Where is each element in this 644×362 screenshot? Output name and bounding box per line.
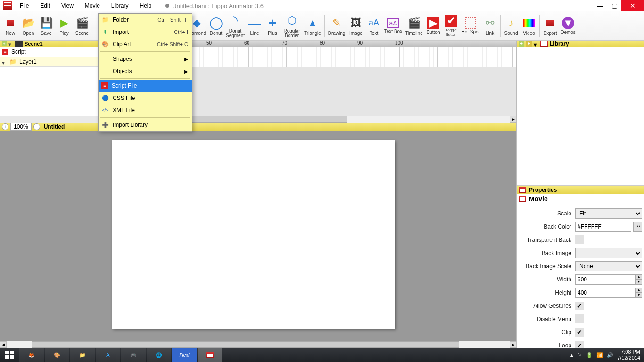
flag-icon[interactable]: 🏳 bbox=[577, 352, 582, 358]
tray-up-icon[interactable]: ▴ bbox=[570, 352, 573, 358]
menu-edit[interactable]: Edit bbox=[35, 1, 55, 10]
add-icon[interactable]: + bbox=[519, 41, 524, 47]
scene-name[interactable]: Scene1 bbox=[25, 41, 43, 47]
folder-icon: 📁 bbox=[9, 58, 17, 65]
add-icon[interactable]: + bbox=[2, 41, 7, 46]
plus-button[interactable]: +Plus bbox=[264, 12, 281, 40]
sound-button[interactable]: ♪Sound bbox=[503, 12, 520, 40]
dropdown-clipart[interactable]: 🎨 Clip Art Ctrl+ Shift+ C bbox=[99, 38, 192, 50]
canvas-area[interactable] bbox=[0, 131, 516, 341]
task-hippo-animator[interactable] bbox=[198, 348, 222, 362]
prop-disablemenu-checkbox[interactable] bbox=[575, 314, 584, 323]
close-button[interactable]: ✕ bbox=[621, 0, 644, 11]
chevron-down-icon[interactable]: ▾ bbox=[2, 59, 7, 64]
task-paint[interactable]: 🎨 bbox=[45, 348, 69, 362]
scroll-thumb[interactable] bbox=[32, 341, 459, 348]
save-button[interactable]: 💾Save bbox=[38, 12, 55, 40]
properties-panel-title: Properties bbox=[529, 187, 557, 193]
scroll-left-icon[interactable]: ◀ bbox=[0, 341, 7, 348]
menu-library[interactable]: Library bbox=[107, 1, 133, 10]
prop-transparentback-checkbox[interactable] bbox=[575, 235, 584, 244]
image-button[interactable]: 🖼Image bbox=[347, 12, 364, 40]
timeline-scrollbar[interactable]: ◀ ▶ bbox=[0, 116, 516, 123]
library-panel-body[interactable] bbox=[517, 47, 644, 185]
play-button[interactable]: ▶Play bbox=[56, 12, 73, 40]
script-row[interactable]: ≡ Script bbox=[0, 47, 98, 57]
prop-loop-checkbox[interactable]: ✔ bbox=[575, 341, 584, 348]
dropdown-xml-file[interactable]: </> XML File bbox=[99, 104, 192, 116]
minimize-button[interactable]: — bbox=[593, 0, 607, 11]
spinner-down-icon[interactable]: ▼ bbox=[636, 293, 642, 298]
chevron-right-icon: ▶ bbox=[184, 57, 188, 62]
prop-backcolor-picker-button[interactable]: ⋯ bbox=[633, 222, 642, 232]
dropdown-import[interactable]: ⬇ Import Ctrl+ I bbox=[99, 26, 192, 38]
canvas-hscrollbar[interactable]: ◀ ▶ bbox=[0, 341, 516, 348]
wifi-icon[interactable]: 📶 bbox=[596, 352, 603, 358]
modified-dot-icon bbox=[165, 4, 169, 8]
task-explorer[interactable]: 📁 bbox=[70, 348, 95, 362]
stage-canvas[interactable] bbox=[112, 140, 395, 329]
task-chrome[interactable]: 🌐 bbox=[147, 348, 171, 362]
spinner-up-icon[interactable]: ▲ bbox=[636, 288, 642, 293]
task-flexi[interactable]: Flexi bbox=[172, 348, 197, 362]
link-button[interactable]: ⚯Link bbox=[481, 12, 498, 40]
dropdown-css-file[interactable]: 🔵 CSS File bbox=[99, 92, 192, 104]
battery-icon[interactable]: 🔋 bbox=[586, 352, 593, 358]
demos-button[interactable]: ▼Demos bbox=[560, 12, 577, 40]
export-button[interactable]: Export bbox=[542, 12, 559, 40]
prop-height-input[interactable] bbox=[575, 288, 636, 298]
menubar: File Edit View Movie Library Help bbox=[15, 1, 156, 10]
new-button[interactable]: New bbox=[2, 12, 19, 40]
triangle-button[interactable]: ▲Triangle bbox=[303, 12, 322, 40]
menu-view[interactable]: View bbox=[57, 1, 78, 10]
regular-border-button[interactable]: ⬡Regular Border bbox=[282, 12, 302, 40]
dropdown-script-file[interactable]: ≡ Script File bbox=[99, 80, 192, 92]
maximize-button[interactable]: ▢ bbox=[607, 0, 621, 11]
dropdown-objects[interactable]: Objects ▶ bbox=[99, 65, 192, 77]
prop-backcolor-input[interactable] bbox=[575, 222, 631, 232]
video-button[interactable]: Video bbox=[520, 12, 537, 40]
prop-allowgestures-checkbox[interactable]: ✔ bbox=[575, 302, 584, 310]
open-button[interactable]: 📂Open bbox=[20, 12, 37, 40]
zoom-in-icon[interactable]: + bbox=[2, 123, 8, 130]
chevron-down-icon[interactable]: ▾ bbox=[534, 41, 538, 46]
button-button[interactable]: ▶Button bbox=[425, 12, 442, 40]
add-icon[interactable]: + bbox=[526, 41, 532, 47]
spinner-down-icon[interactable]: ▼ bbox=[636, 280, 642, 285]
prop-clip-checkbox[interactable]: ✔ bbox=[575, 328, 584, 337]
text-button[interactable]: aAText bbox=[365, 12, 382, 40]
task-app-b[interactable]: 🎮 bbox=[121, 348, 146, 362]
dropdown-folder[interactable]: 📁 Folder Ctrl+ Shift+ F bbox=[99, 14, 192, 26]
toggle-button-button[interactable]: ✔Toggle Button bbox=[443, 12, 460, 40]
dropdown-shapes[interactable]: Shapes ▶ bbox=[99, 53, 192, 65]
scroll-right-icon[interactable]: ▶ bbox=[510, 341, 516, 348]
timeline-button[interactable]: 🎬Timeline bbox=[404, 12, 424, 40]
prop-backimage-select[interactable] bbox=[575, 248, 642, 258]
donut-segment-button[interactable]: ◝Donut Segment bbox=[225, 12, 245, 40]
volume-icon[interactable]: 🔊 bbox=[607, 352, 613, 358]
zoom-value[interactable]: 100% bbox=[10, 123, 32, 131]
menu-help[interactable]: Help bbox=[135, 1, 157, 10]
scroll-right-icon[interactable]: ▶ bbox=[510, 116, 516, 123]
task-firefox[interactable]: 🦊 bbox=[19, 348, 44, 362]
menu-file[interactable]: File bbox=[15, 1, 33, 10]
prop-backimagescale-select[interactable]: None bbox=[575, 261, 642, 272]
scene-button[interactable]: 🎬Scene bbox=[74, 12, 91, 40]
zoom-out-icon[interactable]: − bbox=[33, 123, 40, 130]
clock[interactable]: 7:08 PM 7/12/2014 bbox=[617, 349, 640, 361]
drawing-button[interactable]: ✎Drawing bbox=[327, 12, 347, 40]
menu-movie[interactable]: Movie bbox=[80, 1, 105, 10]
layer-row[interactable]: ▾ 📁 Layer1 bbox=[0, 57, 98, 67]
prop-width-input[interactable] bbox=[575, 274, 636, 285]
hotspot-button[interactable]: Hot Spot bbox=[461, 12, 480, 40]
spinner-up-icon[interactable]: ▲ bbox=[636, 274, 642, 280]
svg-rect-1 bbox=[10, 351, 14, 354]
donut-button[interactable]: ◯Donut bbox=[207, 12, 224, 40]
prop-scale-select[interactable]: Fit bbox=[575, 208, 642, 219]
line-button[interactable]: —Line bbox=[246, 12, 263, 40]
textbox-button[interactable]: aAText Box bbox=[383, 12, 403, 40]
dropdown-import-library[interactable]: ➕ Import Library bbox=[99, 119, 192, 131]
task-app-a[interactable]: A bbox=[96, 348, 120, 362]
start-button[interactable] bbox=[0, 348, 19, 362]
chevron-down-icon[interactable]: ▾ bbox=[8, 41, 13, 46]
